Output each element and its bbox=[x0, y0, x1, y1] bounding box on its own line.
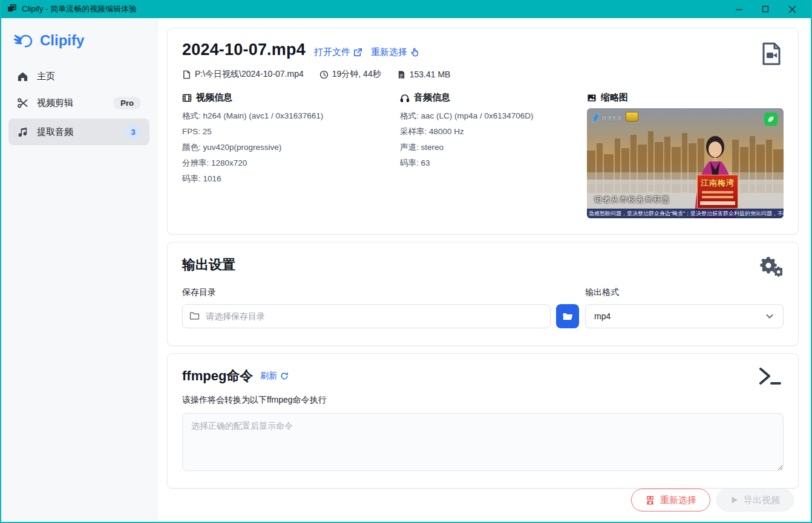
sidebar-nav: 主页 视频剪辑 Pro 提取音频 3 bbox=[1, 58, 157, 152]
video-info-row: 格式: h264 (Main) (avc1 / 0x31637661) bbox=[182, 108, 400, 124]
clock-icon bbox=[319, 70, 329, 79]
output-format-label: 输出格式 bbox=[585, 287, 784, 298]
window-title: Clipify - 简单流畅的视频编辑体验 bbox=[22, 4, 137, 15]
thumbnail-section: 缩略图 bbox=[587, 92, 784, 218]
video-thumbnail[interactable]: 经济生活 江南梅湾 记者 bbox=[587, 108, 784, 218]
home-icon bbox=[17, 71, 28, 82]
output-settings-title: 输出设置 bbox=[182, 256, 784, 274]
video-info-row: 码率: 1016 bbox=[182, 171, 400, 187]
browse-folder-button[interactable] bbox=[556, 304, 579, 328]
close-button[interactable] bbox=[783, 2, 801, 16]
scissors-icon bbox=[17, 97, 28, 109]
titlebar: Clipify - 简单流畅的视频编辑体验 bbox=[1, 0, 811, 18]
ad-banner-line bbox=[702, 196, 734, 198]
image-icon bbox=[587, 93, 597, 103]
video-info-title: 视频信息 bbox=[196, 92, 232, 103]
external-link-icon bbox=[353, 48, 362, 57]
ffmpeg-command-textarea[interactable] bbox=[182, 413, 784, 471]
app-window: Clipify - 简单流畅的视频编辑体验 bbox=[0, 0, 812, 523]
file-size: 153.41 MB bbox=[410, 70, 451, 79]
output-format-select[interactable]: mp4 bbox=[585, 304, 784, 328]
file-size-item: 153.41 MB bbox=[397, 70, 451, 79]
ffmpeg-card: ffmpeg命令 刷新 该操作将会转换为以下ffmpeg命令执行 bbox=[167, 353, 799, 489]
file-info-card: 2024-10-07.mp4 打开文件 重新选择 bbox=[167, 28, 799, 235]
film-icon bbox=[182, 93, 192, 103]
file-duration-item: 19分钟, 44秒 bbox=[319, 69, 381, 80]
main-content: 2024-10-07.mp4 打开文件 重新选择 bbox=[157, 18, 811, 521]
file-path-item: P:\今日视线\2024-10-07.mp4 bbox=[182, 69, 304, 80]
maximize-button[interactable] bbox=[756, 2, 774, 16]
reselect-film-icon bbox=[645, 495, 655, 505]
maximize-icon bbox=[762, 5, 769, 13]
green-logo bbox=[764, 112, 778, 126]
export-button-label: 导出视频 bbox=[744, 495, 780, 506]
sidebar-item-extract-audio[interactable]: 提取音频 3 bbox=[8, 119, 149, 145]
audio-info-rows: 格式: aac (LC) (mp4a / 0x6134706D) 采样率: 48… bbox=[400, 108, 587, 171]
close-icon bbox=[788, 5, 796, 13]
open-file-link[interactable]: 打开文件 bbox=[314, 47, 362, 58]
chevron-down-icon bbox=[765, 311, 774, 321]
save-dir-group: 保存目录 bbox=[182, 287, 579, 328]
clipify-logo-icon bbox=[13, 31, 34, 50]
reselect-file-label: 重新选择 bbox=[371, 47, 407, 58]
thumbnail-title: 缩略图 bbox=[601, 92, 628, 103]
video-info-row: FPS: 25 bbox=[182, 124, 400, 140]
gold-badge-logo bbox=[626, 112, 638, 122]
pro-badge: Pro bbox=[113, 97, 141, 109]
document-icon bbox=[182, 70, 191, 79]
refresh-command-link[interactable]: 刷新 bbox=[260, 371, 289, 382]
file-path: P:\今日视线\2024-10-07.mp4 bbox=[195, 69, 304, 80]
sidebar-item-label: 提取音频 bbox=[37, 126, 73, 138]
file-meta-row: P:\今日视线\2024-10-07.mp4 19分钟, 44秒 153.41 … bbox=[182, 69, 784, 80]
video-info-row: 颜色: yuv420p(progressive) bbox=[182, 140, 400, 155]
video-info-row: 分辨率: 1280x720 bbox=[182, 155, 400, 171]
export-video-button[interactable]: 导出视频 bbox=[716, 489, 794, 512]
output-settings-card: 输出设置 保存目录 bbox=[167, 242, 799, 346]
audio-info-section: 音频信息 格式: aac (LC) (mp4a / 0x6134706D) 采样… bbox=[400, 92, 587, 218]
sidebar-item-label: 视频剪辑 bbox=[37, 97, 73, 109]
audio-info-title: 音频信息 bbox=[414, 92, 450, 103]
thumbnail-subtitle: 记者从市税务局获悉 bbox=[594, 195, 670, 205]
folder-open-icon bbox=[562, 311, 573, 322]
gears-icon[interactable] bbox=[757, 257, 782, 280]
ad-banner-title: 江南梅湾 bbox=[701, 178, 735, 189]
audio-info-row: 采样率: 48000 Hz bbox=[400, 124, 587, 140]
minimize-button[interactable] bbox=[730, 2, 748, 16]
ffmpeg-title: ffmpeg命令 bbox=[182, 367, 253, 385]
output-format-value: mp4 bbox=[594, 311, 611, 321]
audio-info-row: 格式: aac (LC) (mp4a / 0x6134706D) bbox=[400, 108, 587, 124]
minimize-icon bbox=[735, 5, 743, 13]
window-controls bbox=[730, 2, 805, 16]
pointer-hand-icon bbox=[410, 48, 419, 57]
footer-actions: 重新选择 导出视频 bbox=[167, 489, 799, 512]
file-name: 2024-10-07.mp4 bbox=[182, 41, 306, 59]
file-size-icon bbox=[397, 70, 406, 79]
reselect-button-label: 重新选择 bbox=[660, 495, 696, 506]
leaf-icon bbox=[767, 115, 775, 123]
sidebar-item-label: 主页 bbox=[37, 71, 55, 82]
audio-info-row: 码率: 63 bbox=[400, 155, 587, 171]
channel-logo: 经济生活 bbox=[592, 112, 621, 123]
save-dir-label: 保存目录 bbox=[182, 287, 579, 298]
file-video-icon bbox=[761, 42, 782, 66]
reselect-button[interactable]: 重新选择 bbox=[631, 489, 710, 512]
reselect-file-link[interactable]: 重新选择 bbox=[371, 47, 419, 58]
feather-logo-icon bbox=[592, 112, 600, 123]
refresh-icon bbox=[280, 372, 289, 380]
news-ticker: 急难愁盼问题，坚决整治群众身边“蝇贪”；坚决整治损害群众利益的突出问题，不断增强… bbox=[587, 209, 784, 218]
sidebar: Clipify 主页 视频剪辑 Pro bbox=[1, 18, 157, 521]
ad-banner: 江南梅湾 bbox=[697, 175, 738, 209]
terminal-icon bbox=[758, 366, 781, 386]
ad-banner-line bbox=[702, 191, 734, 193]
ffmpeg-description: 该操作将会转换为以下ffmpeg命令执行 bbox=[182, 395, 784, 406]
sidebar-item-video-edit[interactable]: 视频剪辑 Pro bbox=[8, 91, 149, 115]
video-info-section: 视频信息 格式: h264 (Main) (avc1 / 0x31637661)… bbox=[182, 92, 400, 218]
count-badge: 3 bbox=[125, 124, 141, 140]
sidebar-item-home[interactable]: 主页 bbox=[8, 65, 149, 88]
refresh-label: 刷新 bbox=[260, 371, 277, 382]
ad-banner-footer bbox=[700, 201, 735, 205]
channel-name: 经济生活 bbox=[602, 115, 621, 122]
headphones-icon bbox=[400, 93, 410, 103]
save-dir-input[interactable] bbox=[182, 304, 551, 328]
app-icon bbox=[7, 4, 17, 14]
